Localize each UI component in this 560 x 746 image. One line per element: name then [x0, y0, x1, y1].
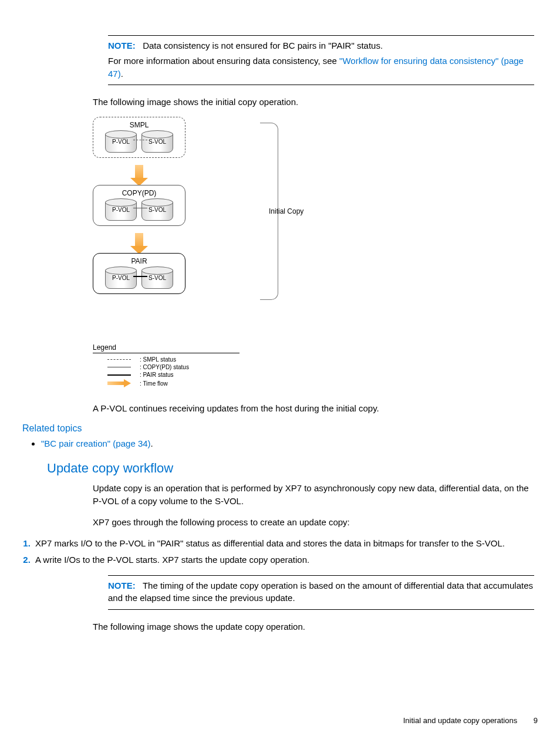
pvol-label: P-VOL — [105, 207, 137, 213]
note-text: The timing of the update copy operation … — [108, 580, 533, 603]
cylinder-icon: P-VOL — [105, 198, 137, 221]
note-label: NOTE: — [108, 580, 136, 590]
pvol-label: P-VOL — [105, 139, 137, 145]
legend-label: : COPY(PD) status — [140, 364, 189, 370]
line-thin-icon — [107, 367, 131, 367]
note-label: NOTE: — [108, 40, 136, 50]
heading-update-copy-workflow: Update copy workflow — [47, 461, 538, 476]
page-footer: Initial and update copy operations 9 — [403, 716, 538, 725]
legend-label: : Time flow — [140, 380, 168, 387]
legend-row: : COPY(PD) status — [93, 363, 239, 371]
arrow-down-icon — [130, 165, 148, 186]
link-bc-pair-creation[interactable]: "BC pair creation" (page 34) — [41, 438, 151, 448]
cylinder-icon: P-VOL — [105, 266, 137, 289]
paragraph-update-image: The following image shows the update cop… — [93, 620, 534, 633]
related-item-post: . — [151, 438, 153, 448]
arrow-right-icon — [107, 379, 131, 387]
legend-row: : PAIR status — [93, 371, 239, 379]
legend-title: Legend — [93, 343, 239, 353]
note-box: NOTE: The timing of the update copy oper… — [108, 575, 534, 610]
diagram-bracket-label: Initial Copy — [269, 207, 303, 215]
note-text: Data consistency is not ensured for BC p… — [143, 40, 383, 50]
line-thick-icon — [107, 374, 131, 376]
state-pair: PAIR P-VOL S-VOL — [93, 253, 185, 294]
related-item: "BC pair creation" (page 34). — [41, 437, 538, 451]
state-title: COPY(PD) — [98, 189, 180, 197]
legend: Legend : SMPL status : COPY(PD) status :… — [93, 343, 239, 388]
state-title: SMPL — [98, 121, 180, 129]
pvol-label: P-VOL — [105, 275, 137, 281]
state-title: PAIR — [98, 257, 180, 265]
line-dash-icon — [107, 359, 131, 360]
state-copy: COPY(PD) P-VOL S-VOL — [93, 185, 185, 226]
note-more-pre: For more information about ensuring data… — [108, 56, 339, 66]
note-box: NOTE: Data consistency is not ensured fo… — [108, 35, 534, 85]
paragraph-intro-image: The following image shows the initial co… — [93, 96, 534, 109]
state-smpl: SMPL P-VOL S-VOL — [93, 117, 185, 158]
paragraph-steps-intro: XP7 goes through the following process t… — [93, 516, 534, 529]
related-topics-heading: Related topics — [22, 423, 538, 434]
initial-copy-diagram: Initial Copy SMPL P-VOL S-VOL COPY(PD) P… — [93, 117, 339, 388]
cylinder-icon: P-VOL — [105, 130, 137, 153]
step-item: XP7 marks I/O to the P-VOL in "PAIR" sta… — [33, 537, 538, 551]
legend-row: : Time flow — [93, 379, 239, 388]
step-item: A write I/Os to the P-VOL starts. XP7 st… — [33, 553, 538, 567]
footer-page-number: 9 — [534, 716, 538, 725]
paragraph-update-intro: Update copy is an operation that is perf… — [93, 482, 534, 508]
legend-label: : PAIR status — [140, 372, 174, 378]
cylinder-icon: S-VOL — [141, 198, 173, 221]
legend-label: : SMPL status — [140, 356, 176, 363]
arrow-down-icon — [130, 233, 148, 254]
legend-row: : SMPL status — [93, 356, 239, 363]
footer-section: Initial and update copy operations — [403, 716, 517, 725]
cylinder-icon: S-VOL — [141, 130, 173, 153]
cylinder-icon: S-VOL — [141, 266, 173, 289]
note-more-post: . — [121, 69, 123, 79]
paragraph-after-diagram: A P-VOL continues receiving updates from… — [93, 402, 534, 415]
